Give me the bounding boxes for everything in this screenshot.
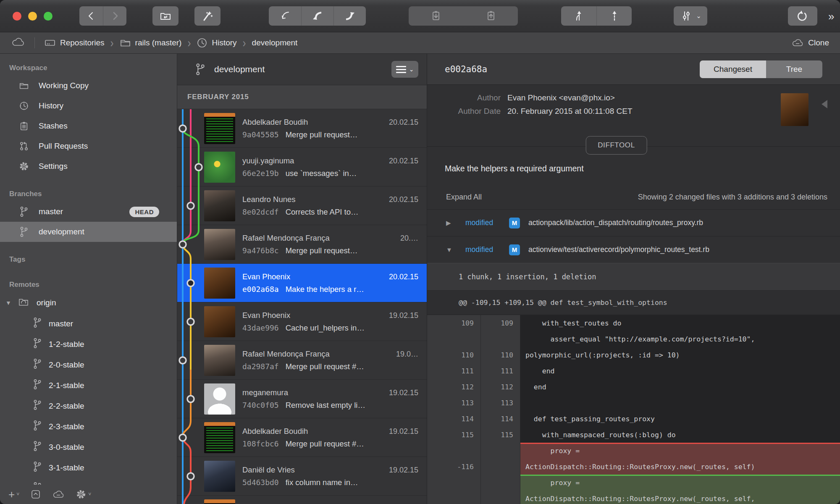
back-button[interactable] xyxy=(79,6,103,26)
commit-row-66e2e19b[interactable]: yuuji.yaginuma20.02.1566e2e19buse `messa… xyxy=(177,148,427,186)
expand-triangle-icon[interactable]: ▶ xyxy=(446,219,465,227)
commit-avatar xyxy=(204,383,235,415)
sidebar-item-settings[interactable]: Settings xyxy=(0,156,177,176)
commit-avatar xyxy=(204,113,235,144)
merge-button[interactable] xyxy=(561,6,596,26)
nav-group xyxy=(79,6,126,26)
commit-date: 20.… xyxy=(400,234,418,243)
clone-button[interactable]: Clone xyxy=(791,38,829,48)
log-options-button[interactable]: ⌄ xyxy=(391,61,418,78)
sidebar-item-label: development xyxy=(39,227,84,236)
repo-browser-button[interactable] xyxy=(152,6,178,26)
remote-branch-2-1-stable[interactable]: 2-1-stable xyxy=(0,375,177,396)
view-options-button[interactable]: ⌄ xyxy=(674,6,707,26)
commit-avatar xyxy=(204,345,235,376)
tab-tree[interactable]: Tree xyxy=(766,60,822,78)
commit-row-740c0f05[interactable]: meganemura19.02.15740c0f05Remove last em… xyxy=(177,380,427,418)
difftool-row: DIFFTOOL xyxy=(427,131,840,161)
difftool-button[interactable]: DIFFTOOL xyxy=(585,136,647,155)
disclosure-triangle-icon[interactable]: ▼ xyxy=(5,299,14,306)
tab-changeset[interactable]: Changeset xyxy=(700,60,766,78)
remote-branch-3-0-stable[interactable]: 3-0-stable xyxy=(0,437,177,457)
remote-origin[interactable]: ▼origin xyxy=(0,292,177,313)
folder-icon xyxy=(18,81,30,90)
breadcrumb-history[interactable]: History xyxy=(197,37,236,48)
commit-row-9a045585[interactable]: Abdelkader Boudih20.02.159a045585Merge p… xyxy=(177,109,427,148)
diff-row: -116ActionDispatch::Routing::RoutesProxy… xyxy=(427,459,840,475)
checkout-button[interactable] xyxy=(301,6,333,26)
old-line-number: 115 xyxy=(427,427,481,443)
commit-avatar xyxy=(204,306,235,337)
close-button[interactable] xyxy=(13,12,21,21)
rebase-button[interactable] xyxy=(596,6,632,26)
commit-list-panel: development ⌄ FEBRUARY 2015 Abdelkader B xyxy=(177,54,427,504)
commit-button[interactable] xyxy=(269,6,301,26)
commit-author: Rafael Mendonça França xyxy=(242,234,395,243)
expand-all-button[interactable]: Expand All xyxy=(446,193,482,202)
push-branch-button[interactable] xyxy=(333,6,366,26)
commit-sha: 43dae996 xyxy=(242,323,279,332)
remote-branch-2-3-stable[interactable]: 2-3-stable xyxy=(0,416,177,437)
commit-date: 19.02.15 xyxy=(389,388,418,397)
forward-button[interactable] xyxy=(103,6,126,26)
sidebar-item-master[interactable]: masterHEAD xyxy=(0,202,177,222)
file-row-polymorphic-routes-test-rb[interactable]: ▼modifiedMactionview/test/activerecord/p… xyxy=(427,236,840,263)
remote-branch-2-2-stable[interactable]: 2-2-stable xyxy=(0,396,177,416)
sidebar-item-development[interactable]: development xyxy=(0,222,177,242)
old-line-number: 111 xyxy=(427,363,481,379)
commit-row-e002a68a[interactable]: Evan Phoenix20.02.15e002a68aMake the hel… xyxy=(177,264,427,302)
sidebar-item-working-copy[interactable]: Working Copy xyxy=(0,76,177,96)
sidebar-item-label: Stashes xyxy=(39,121,68,131)
cloud-icon[interactable] xyxy=(11,37,25,50)
commit-row-108fcbc6[interactable]: Abdelkader Boudih19.02.15108fcbc6Merge p… xyxy=(177,418,427,457)
remote-branch-3-2-stable[interactable]: 3-2-stable xyxy=(0,478,177,485)
sidebar: WorkspaceWorking CopyHistoryStashesPull … xyxy=(0,54,177,504)
settings-gear-button[interactable]: ˅ xyxy=(76,489,91,500)
old-line-number xyxy=(427,443,481,459)
file-row-routes-proxy-rb[interactable]: ▶modifiedMactionpack/lib/action_dispatch… xyxy=(427,209,840,236)
branch-icon xyxy=(33,338,42,351)
clipboard-up-button[interactable] xyxy=(463,6,518,26)
commit-row-5d463bd0[interactable]: Daniël de Vries19.02.155d463bd0fix colum… xyxy=(177,457,427,496)
chevron-down-icon: ⌄ xyxy=(696,12,701,20)
sidebar-item-pull-requests[interactable]: Pull Requests xyxy=(0,136,177,156)
remote-branch-label: 2-0-stable xyxy=(49,360,84,370)
commit-text: meganemura19.02.15740c0f05Remove last em… xyxy=(242,388,427,410)
remote-branch-3-1-stable[interactable]: 3-1-stable xyxy=(0,457,177,478)
commit-date: 20.02.15 xyxy=(389,118,418,127)
author-date-value: 20. February 2015 at 00:11:08 CET xyxy=(507,107,633,116)
detail-header: e002a68a Changeset Tree xyxy=(427,54,840,85)
author-label: Author xyxy=(427,93,501,102)
cloud-button[interactable] xyxy=(52,489,65,499)
commit-row-da2987af[interactable]: Rafael Mendonça França19.0…da2987afMerge… xyxy=(177,341,427,380)
collapse-triangle-icon[interactable]: ▼ xyxy=(446,246,465,253)
minimize-button[interactable] xyxy=(28,12,37,21)
commit-row-8e02dcdf[interactable]: Leandro Nunes20.02.158e02dcdfCorrects th… xyxy=(177,186,427,225)
sidebar-item-history[interactable]: History xyxy=(0,96,177,116)
new-line-number: 112 xyxy=(481,379,520,395)
clipboard-down-button[interactable] xyxy=(409,6,463,26)
sidebar-item-stashes[interactable]: Stashes xyxy=(0,116,177,136)
wand-button[interactable] xyxy=(194,6,220,26)
add-repo-button[interactable]: +˅ xyxy=(8,489,19,500)
commit-message-summary: Merge pull request #… xyxy=(286,439,364,449)
breadcrumb-repositories[interactable]: Repositories xyxy=(44,38,105,48)
list-icon xyxy=(396,66,406,73)
toolbar-overflow-button[interactable]: » xyxy=(828,10,832,23)
remote-branch-1-2-stable[interactable]: 1-2-stable xyxy=(0,334,177,354)
new-line-number xyxy=(481,475,520,491)
breadcrumb-branch[interactable]: development xyxy=(252,38,298,47)
refresh-button[interactable] xyxy=(788,6,817,26)
export-button[interactable] xyxy=(30,489,41,500)
breadcrumb-repo[interactable]: rails (master) xyxy=(120,38,182,48)
commit-row-43dae996[interactable]: Evan Phoenix19.02.1543dae996Cache url_he… xyxy=(177,302,427,341)
remote-branch-master[interactable]: master xyxy=(0,313,177,334)
commit-message-summary: Corrects the API to… xyxy=(286,207,359,217)
commit-author: Rafael Mendonça França xyxy=(242,349,391,359)
zoom-button[interactable] xyxy=(44,12,52,21)
commit-row-partial[interactable]: Abdelkader Boudih19.02.15 xyxy=(177,496,427,504)
new-line-number: 111 xyxy=(481,363,520,379)
remote-branch-2-0-stable[interactable]: 2-0-stable xyxy=(0,354,177,375)
commit-row-9a476b8c[interactable]: Rafael Mendonça França20.…9a476b8cMerge … xyxy=(177,225,427,264)
commit-hash-title: e002a68a xyxy=(445,64,487,74)
